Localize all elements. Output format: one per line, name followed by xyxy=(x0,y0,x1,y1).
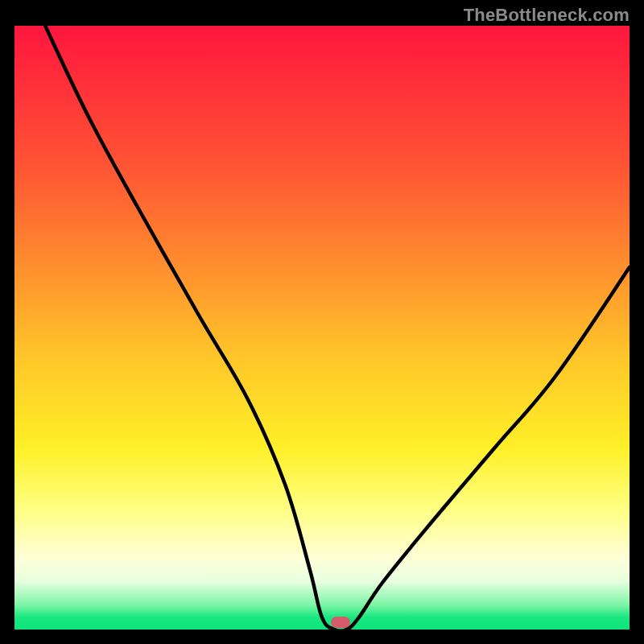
curve-path xyxy=(45,26,630,631)
bottleneck-curve xyxy=(14,26,630,630)
min-marker xyxy=(331,617,350,628)
plot-area xyxy=(14,26,630,630)
chart-frame: TheBottleneck.com xyxy=(0,0,644,644)
attribution-text: TheBottleneck.com xyxy=(464,5,630,26)
